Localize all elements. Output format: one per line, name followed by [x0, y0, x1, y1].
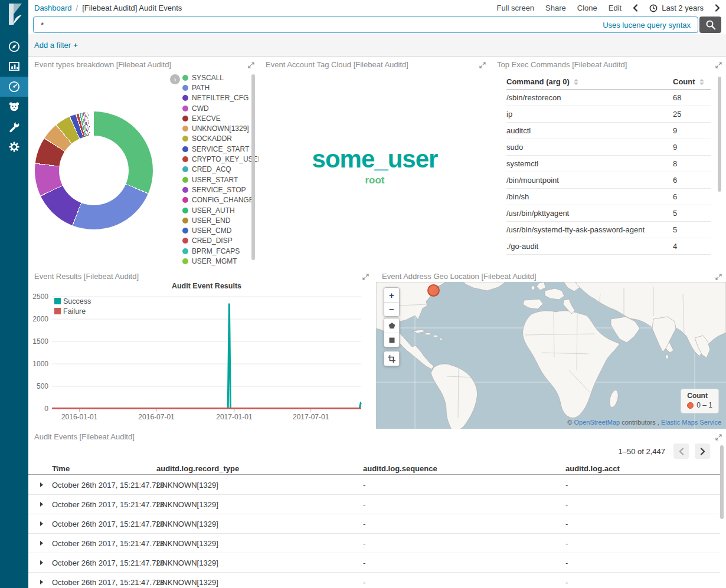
audit-table-row[interactable]: October 26th 2017, 15:21:47.728 UNKNOWN[…	[28, 514, 720, 534]
timepicker-button[interactable]: Last 2 years	[649, 4, 704, 12]
edit-button[interactable]: Edit	[609, 4, 622, 12]
exec-command-cell[interactable]: sudo	[506, 143, 673, 152]
legend-item[interactable]: UNKNOWN[1329]	[182, 123, 259, 133]
exec-table-row[interactable]: systemctl 8	[506, 156, 711, 172]
exec-command-cell[interactable]: ./go-audit	[506, 242, 673, 251]
exec-table-row[interactable]: /bin/mountpoint 6	[506, 172, 711, 189]
exec-command-cell[interactable]: /bin/mountpoint	[506, 176, 673, 185]
exec-table-row[interactable]: /sbin/restorecon 68	[506, 90, 711, 106]
time-forward-button[interactable]	[715, 4, 720, 12]
share-button[interactable]: Share	[545, 4, 566, 12]
exec-command-cell[interactable]: /usr/bin/systemd-tty-ask-password-agent	[506, 225, 673, 234]
zoom-out-button[interactable]: −	[384, 302, 399, 316]
legend-item[interactable]: CONFIG_CHANGE	[182, 195, 259, 205]
exec-table-row[interactable]: sudo 9	[506, 139, 711, 156]
exec-table-row[interactable]: /bin/sh 6	[506, 189, 711, 205]
legend-item[interactable]: USER_AUTH	[182, 205, 259, 215]
audit-table-scrollbar[interactable]	[720, 445, 724, 519]
exec-count-column-header[interactable]: Count	[673, 77, 711, 86]
audit-table-row[interactable]: October 26th 2017, 15:21:47.728 UNKNOWN[…	[28, 573, 720, 588]
fit-bounds-button[interactable]	[384, 352, 399, 366]
row-expand-caret[interactable]	[40, 580, 43, 584]
legend-item[interactable]: CRYPTO_KEY_USER	[182, 154, 259, 164]
exec-table-row[interactable]: /usr/bin/systemd-tty-ask-password-agent …	[506, 222, 711, 238]
legend-item[interactable]: SYSCALL	[182, 73, 259, 83]
expand-panel-icon[interactable]	[248, 61, 254, 70]
sort-icon[interactable]	[574, 79, 578, 85]
legend-item[interactable]: USER_END	[182, 215, 259, 225]
sort-icon[interactable]	[699, 79, 704, 85]
add-filter-button[interactable]: Add a filter+	[34, 41, 78, 50]
legend-item-label: SYSCALL	[192, 74, 224, 82]
expand-panel-icon[interactable]	[715, 61, 722, 70]
exec-command-cell[interactable]: /sbin/restorecon	[506, 93, 673, 102]
row-expand-caret[interactable]	[40, 560, 43, 565]
legend-item[interactable]: USER_START	[182, 175, 259, 185]
openstreetmap-link[interactable]: OpenStreetMap	[574, 419, 620, 426]
breadcrumb-dashboard-link[interactable]: Dashboard	[34, 4, 72, 12]
legend-toggle-button[interactable]: ›	[170, 74, 180, 84]
legend-item[interactable]: CRED_ACQ	[182, 165, 259, 175]
chevron-right-icon	[715, 4, 720, 12]
legend-item[interactable]: SOCKADDR	[182, 134, 259, 144]
zoom-in-button[interactable]: +	[384, 288, 399, 302]
exec-command-cell[interactable]: auditctl	[506, 126, 673, 135]
legend-item[interactable]: USER_MGMT	[182, 256, 259, 266]
row-expand-caret[interactable]	[40, 521, 43, 526]
legend-item[interactable]: SERVICE_START	[182, 144, 259, 154]
world-map[interactable]	[376, 282, 726, 429]
sidebar-item-management[interactable]	[0, 137, 28, 157]
lucene-syntax-link[interactable]: Uses lucene query syntax	[603, 21, 691, 29]
sidebar-item-timelion[interactable]	[0, 97, 28, 117]
sidebar-item-discover[interactable]	[0, 37, 28, 57]
full-screen-button[interactable]: Full screen	[497, 4, 535, 12]
search-button[interactable]	[699, 17, 721, 33]
exec-table-row[interactable]: /usr/bin/pkttyagent 5	[506, 205, 711, 222]
legend-item[interactable]: PATH	[182, 83, 259, 93]
sidebar-item-visualize[interactable]	[0, 57, 28, 77]
exec-table-row[interactable]: auditctl 9	[506, 123, 711, 139]
row-expand-caret[interactable]	[40, 541, 43, 546]
audit-table-row[interactable]: October 26th 2017, 15:21:47.728 UNKNOWN[…	[28, 475, 720, 495]
exec-command-cell[interactable]: /bin/sh	[506, 192, 673, 201]
exec-command-cell[interactable]: ip	[506, 110, 673, 119]
results-line-chart[interactable]: 050010001500200025002016-01-012016-07-01…	[28, 268, 373, 429]
legend-item[interactable]: BPRM_FCAPS	[182, 246, 259, 256]
expand-panel-icon[interactable]	[715, 273, 722, 282]
expand-panel-icon[interactable]	[479, 61, 486, 70]
legend-item[interactable]: USER_CMD	[182, 225, 259, 235]
row-expand-caret[interactable]	[40, 482, 43, 487]
audit-table-row[interactable]: October 26th 2017, 15:21:47.728 UNKNOWN[…	[28, 495, 720, 514]
legend-item[interactable]: NETFILTER_CFG	[182, 93, 259, 103]
legend-item[interactable]: CWD	[182, 103, 259, 113]
kibana-logo[interactable]	[0, 0, 28, 28]
legend-item[interactable]: CRED_DISP	[182, 236, 259, 246]
exec-table-scrollbar[interactable]	[718, 77, 721, 192]
audit-table-row[interactable]: October 26th 2017, 15:21:47.728 UNKNOWN[…	[28, 534, 720, 553]
sidebar-item-dashboard[interactable]	[0, 77, 28, 97]
tag-some-user[interactable]: some_user	[260, 145, 490, 173]
clone-button[interactable]: Clone	[577, 4, 597, 12]
legend-item[interactable]: EXECVE	[182, 113, 259, 123]
tag-root[interactable]: root	[260, 175, 490, 186]
search-input[interactable]: * Uses lucene query syntax	[33, 17, 698, 33]
legend-scrollbar[interactable]	[251, 74, 255, 260]
time-back-button[interactable]	[633, 4, 638, 12]
exec-count-cell: 5	[673, 225, 711, 234]
draw-polygon-button[interactable]	[384, 318, 399, 333]
audit-time-cell: October 26th 2017, 15:21:47.728	[52, 539, 165, 548]
search-query-value[interactable]: *	[41, 21, 603, 29]
exec-table-row[interactable]: ./go-audit 4	[506, 238, 711, 255]
elastic-maps-service-link[interactable]: Elastic Maps Service	[661, 419, 721, 426]
geo-count-marker[interactable]	[427, 284, 440, 297]
draw-rectangle-button[interactable]	[384, 333, 399, 347]
donut-chart[interactable]	[35, 111, 153, 229]
exec-command-cell[interactable]: /usr/bin/pkttyagent	[506, 209, 673, 218]
row-expand-caret[interactable]	[40, 502, 43, 507]
exec-table-row[interactable]: ip 25	[506, 106, 711, 123]
sidebar-item-dev-tools[interactable]	[0, 117, 28, 137]
exec-command-column-header[interactable]: Command (arg 0)	[506, 77, 673, 86]
audit-table-row[interactable]: October 26th 2017, 15:21:47.728 UNKNOWN[…	[28, 553, 720, 573]
exec-command-cell[interactable]: systemctl	[506, 159, 673, 168]
legend-item[interactable]: SERVICE_STOP	[182, 185, 259, 195]
